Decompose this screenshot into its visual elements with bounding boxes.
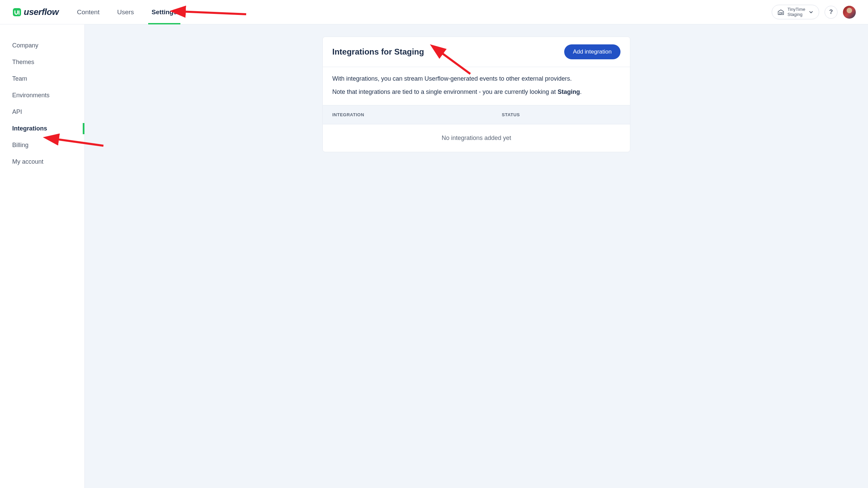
svg-rect-0 xyxy=(13,8,21,16)
card-header: Integrations for Staging Add integration xyxy=(323,37,630,67)
chevron-down-icon xyxy=(809,10,813,15)
integrations-card: Integrations for Staging Add integration… xyxy=(322,37,630,152)
topbar: userflow Content Users Settings TinyTime… xyxy=(0,0,868,24)
nav-settings[interactable]: Settings xyxy=(152,0,177,24)
layout: Company Themes Team Environments API Int… xyxy=(0,24,868,488)
sidebar-item-api[interactable]: API xyxy=(0,104,84,120)
environment-line2: Staging xyxy=(788,12,805,17)
environment-line1: TinyTime xyxy=(788,7,805,12)
sidebar-item-team[interactable]: Team xyxy=(0,70,84,87)
environment-selector[interactable]: TinyTime Staging xyxy=(772,5,819,19)
nav-content[interactable]: Content xyxy=(77,0,100,24)
help-icon: ? xyxy=(829,8,833,16)
top-nav: Content Users Settings xyxy=(77,0,177,24)
svg-rect-2 xyxy=(782,13,783,14)
logo[interactable]: userflow xyxy=(12,7,59,17)
logo-icon xyxy=(12,7,22,17)
environment-label: TinyTime Staging xyxy=(788,7,805,17)
empty-state: No integrations added yet xyxy=(323,124,630,152)
content: Integrations for Staging Add integration… xyxy=(85,24,868,488)
sidebar-item-myaccount[interactable]: My account xyxy=(0,154,84,170)
desc2-env: Staging xyxy=(557,88,580,95)
user-avatar[interactable] xyxy=(843,6,856,19)
logo-text: userflow xyxy=(24,7,59,17)
column-integration: INTEGRATION xyxy=(332,112,502,117)
description-line2: Note that integrations are tied to a sin… xyxy=(332,88,620,96)
column-status: STATUS xyxy=(502,112,620,117)
nav-users[interactable]: Users xyxy=(117,0,134,24)
help-button[interactable]: ? xyxy=(825,6,837,19)
settings-sidebar: Company Themes Team Environments API Int… xyxy=(0,24,85,488)
page-title: Integrations for Staging xyxy=(332,47,424,57)
desc2-pre: Note that integrations are tied to a sin… xyxy=(332,88,557,95)
sidebar-item-integrations[interactable]: Integrations xyxy=(0,120,84,137)
environment-icon xyxy=(777,9,784,15)
sidebar-item-company[interactable]: Company xyxy=(0,37,84,54)
desc2-post: . xyxy=(580,88,581,95)
sidebar-item-themes[interactable]: Themes xyxy=(0,54,84,70)
topbar-right: TinyTime Staging ? xyxy=(772,5,856,19)
sidebar-item-billing[interactable]: Billing xyxy=(0,137,84,154)
table-header: INTEGRATION STATUS xyxy=(323,105,630,124)
card-description: With integrations, you can stream Userfl… xyxy=(323,67,630,105)
sidebar-item-environments[interactable]: Environments xyxy=(0,87,84,104)
add-integration-button[interactable]: Add integration xyxy=(564,44,620,59)
description-line1: With integrations, you can stream Userfl… xyxy=(332,75,620,82)
svg-rect-1 xyxy=(780,13,781,15)
